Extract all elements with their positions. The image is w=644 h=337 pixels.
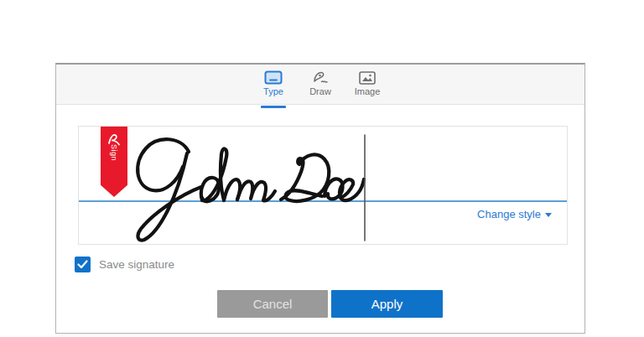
pen-icon [311, 70, 330, 85]
dialog-button-row: Cancel Apply [56, 290, 584, 318]
tab-type[interactable]: Type [253, 70, 293, 105]
adobe-sign-ribbon: Sign [101, 127, 127, 197]
save-signature-label: Save signature [99, 258, 174, 271]
create-signature-dialog: Type Draw [55, 63, 585, 334]
signature-dialog-backdrop: Type Draw [0, 0, 644, 337]
image-icon [358, 70, 377, 85]
signature-tabbar: Type Draw [56, 65, 584, 105]
typed-signature-ink [79, 127, 569, 246]
cancel-button[interactable]: Cancel [217, 290, 328, 318]
keyboard-icon [264, 70, 283, 85]
tab-image[interactable]: Image [347, 70, 387, 105]
active-tab-underline [261, 106, 286, 108]
save-signature-row: Save signature [75, 257, 174, 272]
tab-type-label: Type [263, 87, 283, 96]
ribbon-sign-label: Sign [110, 144, 118, 161]
checkmark-icon [77, 260, 88, 269]
change-style-label: Change style [477, 208, 541, 220]
tab-draw[interactable]: Draw [300, 70, 340, 105]
save-signature-checkbox[interactable] [75, 257, 91, 272]
apply-button[interactable]: Apply [331, 290, 443, 318]
chevron-down-icon [545, 213, 552, 217]
signature-input-field[interactable]: John Doe [78, 126, 568, 245]
change-style-dropdown[interactable]: Change style [477, 208, 552, 220]
tab-draw-label: Draw [309, 87, 331, 96]
tab-image-label: Image [355, 87, 381, 96]
